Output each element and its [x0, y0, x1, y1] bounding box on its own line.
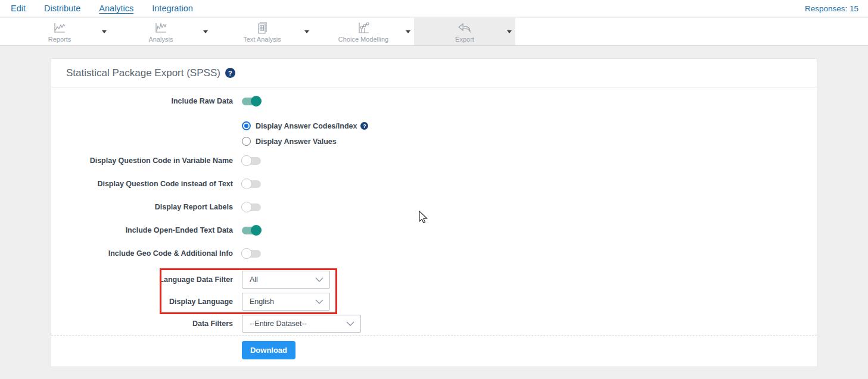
line-chart-icon: [154, 20, 168, 35]
chevron-down-icon: [315, 299, 323, 304]
question-code-variable-name-label: Display Question Code in Variable Name: [51, 156, 233, 165]
export-dropdown-caret[interactable]: [503, 30, 515, 33]
row-geo-code: Include Geo Code & Additional Info: [51, 249, 261, 258]
row-radio-answer-values: Display Answer Values: [242, 137, 337, 146]
geo-code-toggle[interactable]: [242, 250, 261, 258]
export-button[interactable]: Export: [426, 20, 503, 43]
toggle-knob: [241, 248, 252, 259]
chevron-down-icon: [315, 277, 323, 282]
toggle-knob: [251, 96, 262, 107]
answer-values-radio-label: Display Answer Values: [256, 137, 337, 146]
row-data-filters: Data Filters --Entire Dataset--: [51, 315, 361, 333]
row-display-report-labels: Display Report Labels: [51, 203, 261, 211]
data-filters-value: --Entire Dataset--: [250, 320, 341, 328]
display-language-select[interactable]: English: [242, 293, 330, 311]
chevron-down-icon: [507, 30, 512, 33]
text-analysis-dropdown-caret[interactable]: [301, 30, 313, 33]
question-code-variable-name-toggle[interactable]: [242, 157, 261, 165]
toggle-knob: [241, 155, 252, 166]
answer-values-radio[interactable]: [242, 137, 251, 146]
tool-group-analysis: Analysis: [110, 18, 211, 45]
question-code-instead-text-label: Display Question Code instead of Text: [51, 180, 233, 188]
tool-group-export: Export: [414, 18, 515, 45]
row-language-data-filter: Language Data Filter All: [51, 271, 330, 289]
row-display-language: Display Language English: [51, 293, 330, 311]
page-title: Statistical Package Export (SPSS): [66, 67, 220, 79]
analysis-dropdown-caret[interactable]: [200, 30, 211, 33]
open-ended-text-data-toggle[interactable]: [242, 227, 261, 234]
chevron-down-icon: [406, 30, 410, 33]
text-analysis-button[interactable]: Text Analysis: [223, 20, 301, 43]
row-open-ended-text-data: Include Open-Ended Text Data: [51, 226, 261, 234]
reports-button[interactable]: Reports: [21, 20, 98, 43]
language-data-filter-label: Language Data Filter: [51, 275, 233, 284]
export-arrow-icon: [457, 20, 472, 35]
geo-code-label: Include Geo Code & Additional Info: [51, 249, 233, 258]
panel-header: Statistical Package Export (SPSS) ?: [51, 59, 817, 87]
analytics-toolbar: Reports Analysis: [0, 18, 868, 46]
display-language-value: English: [250, 297, 310, 306]
include-raw-data-toggle[interactable]: [242, 98, 261, 105]
question-code-instead-text-toggle[interactable]: [242, 180, 261, 188]
nav-item-distribute[interactable]: Distribute: [44, 4, 80, 13]
chevron-down-icon: [102, 30, 107, 33]
scatter-chart-icon: [356, 20, 371, 35]
answer-codes-radio-label: Display Answer Codes/Index: [256, 122, 357, 130]
analysis-label: Analysis: [149, 36, 173, 43]
download-button[interactable]: Download: [242, 341, 295, 359]
line-chart-icon: [52, 20, 67, 35]
dashed-divider: [51, 336, 817, 336]
reports-label: Reports: [48, 36, 71, 43]
text-analysis-label: Text Analysis: [243, 36, 281, 43]
nav-item-analytics[interactable]: Analytics: [99, 4, 133, 13]
toggle-knob: [251, 225, 262, 236]
display-report-labels-toggle[interactable]: [242, 203, 261, 211]
answer-codes-radio[interactable]: [242, 121, 251, 130]
choice-modelling-dropdown-caret[interactable]: [402, 30, 414, 33]
nav-item-integration[interactable]: Integration: [152, 4, 193, 13]
data-filters-label: Data Filters: [51, 320, 233, 328]
responses-count[interactable]: Responses: 15: [805, 4, 858, 13]
language-data-filter-value: All: [250, 275, 310, 284]
chevron-down-icon: [304, 30, 309, 33]
toggle-knob: [241, 202, 252, 212]
export-label: Export: [455, 36, 474, 43]
row-question-code-instead-text: Display Question Code instead of Text: [51, 180, 261, 188]
tool-group-text-analysis: Text Analysis: [211, 18, 313, 45]
help-icon[interactable]: ?: [360, 122, 368, 130]
display-language-label: Display Language: [51, 297, 233, 306]
language-data-filter-select[interactable]: All: [242, 271, 330, 289]
tool-group-choice-modelling: Choice Modelling: [313, 18, 414, 45]
choice-modelling-label: Choice Modelling: [338, 36, 388, 43]
document-grid-icon: [256, 20, 269, 35]
open-ended-text-data-label: Include Open-Ended Text Data: [51, 226, 233, 234]
chevron-down-icon: [203, 30, 208, 33]
spss-export-panel: Statistical Package Export (SPSS) ? Incl…: [51, 58, 817, 367]
row-question-code-variable-name: Display Question Code in Variable Name: [51, 156, 261, 165]
analysis-button[interactable]: Analysis: [122, 20, 200, 43]
tool-group-reports: Reports: [9, 18, 110, 45]
row-radio-answer-codes: Display Answer Codes/Index ?: [242, 121, 368, 130]
data-filters-select[interactable]: --Entire Dataset--: [242, 315, 361, 333]
include-raw-data-label: Include Raw Data: [51, 97, 233, 105]
top-nav-bar: Edit Distribute Analytics Integration Re…: [0, 0, 868, 17]
help-icon[interactable]: ?: [225, 68, 235, 78]
reports-dropdown-caret[interactable]: [98, 30, 110, 33]
row-include-raw-data: Include Raw Data: [51, 97, 261, 105]
toggle-knob: [241, 178, 252, 189]
chevron-down-icon: [346, 321, 354, 326]
nav-item-edit[interactable]: Edit: [11, 4, 26, 13]
choice-modelling-button[interactable]: Choice Modelling: [325, 20, 402, 43]
display-report-labels-label: Display Report Labels: [51, 203, 233, 211]
